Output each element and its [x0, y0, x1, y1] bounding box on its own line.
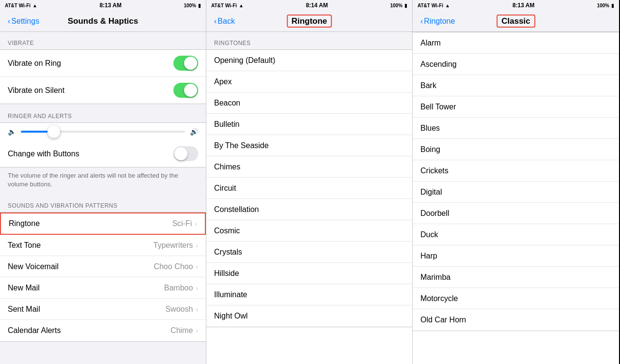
- ringtone-list-label-4: By The Seaside: [214, 141, 269, 150]
- classic-list-item-9[interactable]: Duck: [413, 224, 619, 245]
- ringtone-list-label-2: Beacon: [214, 99, 240, 107]
- classic-items-section: AlarmAscendingBarkBell TowerBluesBoingCr…: [413, 32, 619, 331]
- status-left-3: AT&T Wi-Fi ▲: [418, 3, 450, 8]
- battery-icon-1: ▮: [198, 3, 201, 8]
- change-with-buttons-row[interactable]: Change with Buttons: [0, 140, 206, 167]
- panel1-scroll[interactable]: VIBRATE Vibrate on Ring Vibrate on Silen…: [0, 32, 206, 364]
- classic-list-item-3[interactable]: Bell Tower: [413, 96, 619, 118]
- back-chevron-2: ‹: [214, 17, 217, 26]
- classic-list-item-0[interactable]: Alarm: [413, 32, 619, 54]
- classic-list-item-11[interactable]: Marimba: [413, 267, 619, 288]
- vibrate-on-ring-row[interactable]: Vibrate on Ring: [0, 50, 206, 77]
- time-1: 8:13 AM: [99, 2, 122, 9]
- ringtone-list-label-11: Illuminate: [214, 290, 247, 299]
- new-mail-right: Bamboo ›: [164, 284, 198, 292]
- classic-list-item-2[interactable]: Bark: [413, 75, 619, 96]
- battery-icon-3: ▮: [611, 3, 614, 8]
- vibrate-on-ring-toggle[interactable]: [173, 56, 198, 71]
- sent-mail-label: Sent Mail: [8, 305, 40, 314]
- classic-list[interactable]: AlarmAscendingBarkBell TowerBluesBoingCr…: [413, 32, 619, 364]
- status-bar-1: AT&T Wi-Fi ▲ 8:13 AM 100% ▮: [0, 0, 206, 11]
- ringtone-list-item-4[interactable]: By The Seaside: [206, 135, 412, 156]
- ringtone-list-item-6[interactable]: Circuit: [206, 178, 412, 199]
- change-with-buttons-toggle[interactable]: [173, 146, 198, 161]
- status-left-2: AT&T Wi-Fi ▲: [211, 3, 244, 8]
- back-label-1: Settings: [11, 17, 39, 26]
- classic-list-item-6[interactable]: Crickets: [413, 160, 619, 182]
- vibrate-header: VIBRATE: [0, 32, 206, 49]
- new-mail-row[interactable]: New Mail Bamboo ›: [0, 277, 206, 299]
- new-voicemail-value: Choo Choo: [154, 262, 193, 271]
- ringtone-list-item-5[interactable]: Chimes: [206, 156, 412, 178]
- sent-mail-chevron: ›: [196, 305, 198, 313]
- ringtone-right: Sci-Fi ›: [172, 219, 197, 228]
- ringtone-list-item-7[interactable]: Constellation: [206, 199, 412, 220]
- ringtone-list-label-0: Opening (Default): [214, 56, 275, 65]
- classic-list-item-10[interactable]: Harp: [413, 245, 619, 267]
- sent-mail-value: Swoosh: [165, 305, 193, 314]
- ringtone-row[interactable]: Ringtone Sci-Fi ›: [0, 212, 206, 235]
- ringtone-list-label-10: Hillside: [214, 269, 239, 278]
- status-bar-2: AT&T Wi-Fi ▲ 8:14 AM 100% ▮: [206, 0, 412, 11]
- classic-list-item-12[interactable]: Motorcycle: [413, 288, 619, 309]
- wifi-icon-2: ▲: [239, 3, 244, 8]
- panel-ringtone: AT&T Wi-Fi ▲ 8:14 AM 100% ▮ ‹ Back Ringt…: [206, 0, 413, 364]
- ringer-note: The volume of the ringer and alerts will…: [0, 168, 206, 195]
- nav-bar-1: ‹ Settings Sounds & Haptics: [0, 11, 206, 32]
- ringer-section: 🔈 🔊 Change with Buttons: [0, 122, 206, 167]
- ringtone-list-item-2[interactable]: Beacon: [206, 92, 412, 114]
- classic-list-label-7: Digital: [420, 188, 442, 197]
- status-right-3: 100% ▮: [597, 3, 614, 8]
- classic-list-item-5[interactable]: Boing: [413, 139, 619, 160]
- vibrate-on-silent-row[interactable]: Vibrate on Silent: [0, 77, 206, 104]
- new-voicemail-row[interactable]: New Voicemail Choo Choo ›: [0, 256, 206, 277]
- text-tone-chevron: ›: [196, 242, 198, 249]
- back-button-2[interactable]: ‹ Back: [214, 17, 235, 26]
- text-tone-right: Typewriters ›: [154, 241, 198, 250]
- classic-list-label-9: Duck: [420, 230, 438, 239]
- sent-mail-right: Swoosh ›: [165, 305, 198, 314]
- ringtone-list-item-8[interactable]: Cosmic: [206, 220, 412, 242]
- vibrate-on-silent-toggle[interactable]: [173, 83, 198, 98]
- panel-sounds-haptics: AT&T Wi-Fi ▲ 8:13 AM 100% ▮ ‹ Settings S…: [0, 0, 206, 364]
- change-with-buttons-thumb: [174, 147, 187, 160]
- ringtone-list-label-7: Constellation: [214, 205, 259, 214]
- wifi-icon-1: ▲: [32, 3, 37, 8]
- vibrate-section: Vibrate on Ring Vibrate on Silent: [0, 49, 206, 104]
- status-bar-3: AT&T Wi-Fi ▲ 8:13 AM 100% ▮: [413, 0, 619, 11]
- classic-list-label-4: Blues: [420, 124, 440, 133]
- classic-list-item-13[interactable]: Old Car Horn: [413, 309, 619, 331]
- text-tone-row[interactable]: Text Tone Typewriters ›: [0, 235, 206, 256]
- time-3: 8:13 AM: [512, 2, 535, 9]
- panel-classic: AT&T Wi-Fi ▲ 8:13 AM 100% ▮ ‹ Ringtone C…: [413, 0, 619, 364]
- classic-list-item-1[interactable]: Ascending: [413, 54, 619, 75]
- classic-list-item-8[interactable]: Doorbell: [413, 203, 619, 224]
- ringtone-list-label-8: Cosmic: [214, 227, 240, 235]
- ringtone-list-item-0[interactable]: Opening (Default): [206, 50, 412, 71]
- vibrate-on-silent-thumb: [184, 84, 197, 97]
- back-button-1[interactable]: ‹ Settings: [8, 17, 39, 26]
- classic-list-item-7[interactable]: Digital: [413, 182, 619, 203]
- ringtone-list[interactable]: Opening (Default)ApexBeaconBulletinBy Th…: [206, 49, 412, 364]
- classic-list-label-6: Crickets: [420, 167, 449, 175]
- ringtone-list-item-3[interactable]: Bulletin: [206, 114, 412, 135]
- text-tone-value: Typewriters: [154, 241, 193, 250]
- volume-slider-track[interactable]: [21, 131, 185, 133]
- sounds-patterns-section: Ringtone Sci-Fi › Text Tone Typewriters …: [0, 212, 206, 342]
- calendar-alerts-row[interactable]: Calendar Alerts Chime ›: [0, 320, 206, 341]
- back-button-3[interactable]: ‹ Ringtone: [420, 17, 455, 26]
- ringtone-list-item-12[interactable]: Night Owl: [206, 305, 412, 327]
- classic-list-item-4[interactable]: Blues: [413, 118, 619, 139]
- volume-slider-thumb[interactable]: [47, 125, 60, 138]
- nav-bar-2: ‹ Back Ringtone: [206, 11, 412, 32]
- ringtone-list-item-11[interactable]: Illuminate: [206, 284, 412, 305]
- change-with-buttons-label: Change with Buttons: [8, 150, 79, 158]
- new-voicemail-right: Choo Choo ›: [154, 262, 198, 271]
- carrier-2: AT&T Wi-Fi: [211, 3, 237, 8]
- ringtone-list-item-1[interactable]: Apex: [206, 71, 412, 92]
- classic-list-label-12: Motorcycle: [420, 294, 458, 303]
- sent-mail-row[interactable]: Sent Mail Swoosh ›: [0, 299, 206, 320]
- new-voicemail-label: New Voicemail: [8, 262, 59, 271]
- ringtone-list-item-10[interactable]: Hillside: [206, 263, 412, 284]
- ringtone-list-item-9[interactable]: Crystals: [206, 242, 412, 263]
